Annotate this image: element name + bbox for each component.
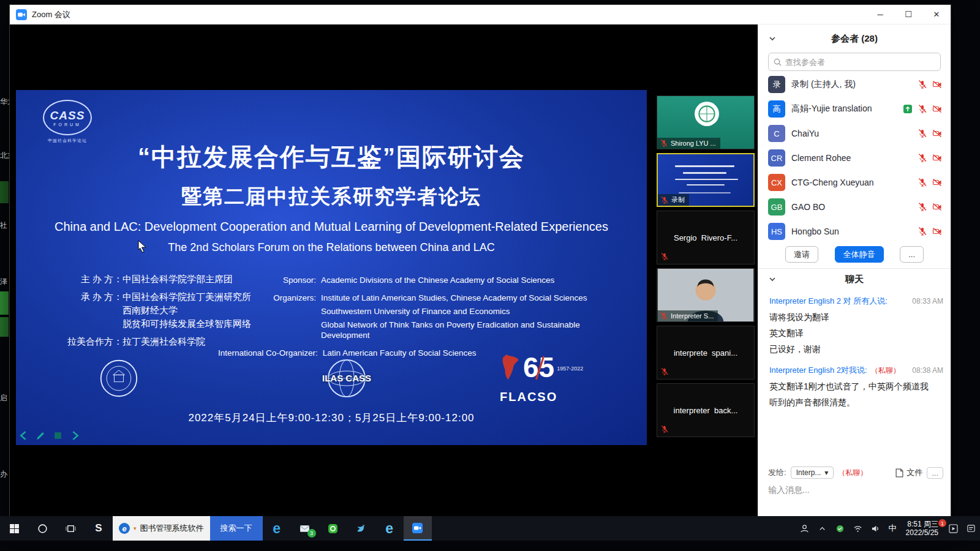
network-tray-icon[interactable] <box>849 516 867 541</box>
avatar: C <box>768 125 785 142</box>
participant-row[interactable]: GB GAO BO <box>758 195 951 219</box>
rectangle-tool-icon[interactable] <box>53 430 63 441</box>
cass-logo-subtext: FORUM <box>53 122 81 127</box>
windows-logo-icon <box>9 523 20 534</box>
participant-row[interactable]: 高 高娟-Yujie translation <box>758 97 951 121</box>
video-tile-recording[interactable]: 录制 <box>657 153 755 207</box>
participants-more-button[interactable]: ... <box>900 246 924 263</box>
invite-button[interactable]: 邀请 <box>785 246 818 263</box>
action-center-button[interactable] <box>962 516 980 541</box>
mic-muted-icon <box>918 153 927 163</box>
organizers-en-block: Sponsor:Academic Divisions of the Chines… <box>218 275 622 361</box>
volume-tray-icon[interactable] <box>867 516 884 541</box>
taskbar-search-button[interactable]: 搜索一下 <box>210 516 263 541</box>
private-tag: （私聊） <box>838 468 867 478</box>
participant-name: 录制 (主持人, 我) <box>791 79 911 90</box>
private-tag: （私聊） <box>871 365 900 376</box>
green-app-icon <box>328 523 338 534</box>
library-app-toolbar[interactable]: e ▾ 图书管理系统软件 <box>113 516 210 541</box>
chat-message: 英文翻译 <box>769 328 943 339</box>
recipient-dropdown[interactable]: Interp...▾ <box>791 467 834 479</box>
wallpaper-sliver <box>0 291 9 315</box>
latam-map-glyph <box>500 353 521 385</box>
avatar: CX <box>768 174 785 191</box>
task-view-button[interactable] <box>56 516 85 541</box>
ime-indicator[interactable]: 中 <box>884 516 901 541</box>
chat-time: 08:38 AM <box>912 366 943 375</box>
ie-browser-button[interactable]: e <box>375 516 404 541</box>
video-tile-shirong[interactable]: Shirong LYU ... <box>657 96 755 149</box>
person-icon <box>800 524 809 533</box>
institute-logo <box>694 101 720 127</box>
green-app-button[interactable] <box>319 516 347 541</box>
chat-sender: Interpreter English 2对我说: <box>769 365 867 376</box>
participant-row[interactable]: CX CTG-Cheng Xueyuan <box>758 170 951 195</box>
system-tray: 中 8:51 周三 2022/5/25 1 <box>796 516 980 541</box>
participant-row[interactable]: CR Clement Rohee <box>758 146 951 170</box>
video-tile-sergio[interactable]: Sergio Rivero-F... <box>657 211 755 264</box>
chat-message: 听到的声音都很清楚。 <box>769 397 943 408</box>
video-tile-interprete-spanish[interactable]: interprete spani... <box>657 326 755 380</box>
cass-logo-text: CASS <box>50 109 85 122</box>
zoom-taskbar-button[interactable] <box>404 516 432 541</box>
wallpaper-sliver <box>0 181 9 203</box>
participant-name: Hongbo Sun <box>791 227 911 236</box>
pen-icon[interactable] <box>36 430 46 441</box>
flacso-logo: 65 1957-2022 FLACSO <box>500 353 583 404</box>
chevron-down-icon: ▾ <box>824 468 828 477</box>
participant-video-name: interprete spani... <box>657 326 754 379</box>
camera-off-icon <box>932 202 942 212</box>
antivirus-tray-icon[interactable] <box>831 516 849 541</box>
close-button[interactable]: ✕ <box>922 5 951 24</box>
mic-muted-icon <box>918 129 927 138</box>
file-button[interactable]: 文件 <box>895 467 922 478</box>
chat-panel: 聊天 Interpreter English 2 对 所有人说: 08:33 A… <box>758 268 951 517</box>
partner-logos-row: ILAS CASS 65 1957-2022 FLACSO <box>16 353 647 408</box>
start-button[interactable] <box>0 516 28 541</box>
send-to-label: 发给: <box>768 467 786 478</box>
chat-sender: Interpreter English 2 对 所有人说: <box>769 296 888 307</box>
minimize-button[interactable]: ─ <box>866 5 894 24</box>
mic-muted-icon <box>660 196 669 204</box>
edge-browser-button[interactable]: e <box>263 516 291 541</box>
chevron-down-icon: ▾ <box>134 525 137 531</box>
collapse-chevron-icon[interactable] <box>768 34 777 43</box>
chat-footer: 发给: Interp...▾ （私聊） 文件 ... <box>768 467 943 479</box>
chat-more-button[interactable]: ... <box>927 467 943 479</box>
people-tray-button[interactable] <box>796 516 813 541</box>
slide-subtitle-cn: 暨第二届中拉关系研究学者论坛 <box>16 183 647 211</box>
participant-name: GAO BO <box>791 202 911 212</box>
search-circle-icon <box>37 523 48 534</box>
next-arrow-icon[interactable] <box>70 430 80 441</box>
ime-app-button[interactable]: S <box>85 516 113 541</box>
slide-subtitle-en: The 2nd Scholars Forum on the Relations … <box>16 241 647 254</box>
media-tray-icon[interactable] <box>944 516 962 541</box>
chat-title: 聊天 <box>758 269 951 290</box>
participant-row[interactable]: HS Hongbo Sun <box>758 219 951 244</box>
mic-muted-icon <box>660 252 669 261</box>
search-icon <box>774 58 782 66</box>
taskbar-clock[interactable]: 8:51 周三 2022/5/25 1 <box>901 520 944 537</box>
mic-muted-icon <box>918 202 927 212</box>
video-tile-interpreter-backup[interactable]: interpreter back... <box>657 383 755 437</box>
participant-search-input[interactable] <box>785 58 935 67</box>
participant-row[interactable]: 录 录制 (主持人, 我) <box>758 72 951 97</box>
prev-arrow-icon[interactable] <box>18 430 29 441</box>
maximize-button[interactable]: ☐ <box>894 5 922 24</box>
mute-all-button[interactable]: 全体静音 <box>835 246 884 263</box>
participants-title: 参会者 (28) <box>758 29 951 48</box>
bird-app-button[interactable] <box>347 516 375 541</box>
cortana-search-button[interactable] <box>28 516 56 541</box>
chat-messages: Interpreter English 2 对 所有人说: 08:33 AM 请… <box>769 296 943 408</box>
participant-search[interactable] <box>768 53 941 71</box>
flacso-years: 1957-2022 <box>557 365 583 372</box>
wallpaper-sliver <box>0 317 9 337</box>
chat-input[interactable] <box>768 485 941 495</box>
shared-screen-area: CASS FORUM 中国社会科学论坛 “中拉发展合作与互鉴”国际研讨会 暨第二… <box>10 24 758 517</box>
collapse-chevron-icon[interactable] <box>768 275 777 283</box>
camera-off-icon <box>932 129 942 138</box>
participant-row[interactable]: C ChaiYu <box>758 121 951 146</box>
mail-app-button[interactable]: 3 <box>291 516 319 541</box>
video-tile-interpreter[interactable]: Interpreter S... <box>657 268 755 322</box>
show-hidden-icons-button[interactable] <box>813 516 831 541</box>
